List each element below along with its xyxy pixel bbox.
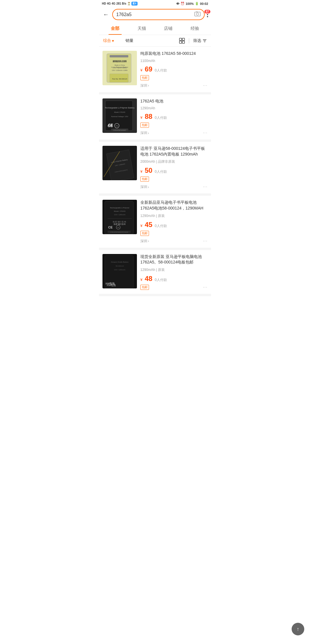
camera-search-icon[interactable] bbox=[194, 11, 201, 18]
eye-icon: 👁 bbox=[176, 2, 179, 5]
svg-text:Li-ion Polymer Battery: Li-ion Polymer Battery bbox=[113, 67, 127, 69]
product-item[interactable]: Li-ion Polymer Battery 3.8V / 1290mAh C/… bbox=[99, 142, 211, 196]
svg-text:NEWISH: NEWISH bbox=[113, 220, 127, 223]
app-icon: 蓝E bbox=[131, 2, 137, 5]
product-spec: 2000mAh | 品牌非原装 bbox=[140, 159, 208, 164]
price-symbol: ¥ bbox=[140, 224, 142, 228]
product-title: 现货全新原装 亚马逊平板电脑电池1762A5。58-000124电板包邮 bbox=[140, 254, 208, 265]
product-item[interactable]: Rechargeable Li-Polymer Model: 1762A5 3.… bbox=[99, 196, 211, 250]
svg-text:Rechargeable Li-Polymer Batter: Rechargeable Li-Polymer Battery bbox=[105, 107, 135, 109]
product-title: 纯原装电池 1762A5 58-000124 bbox=[140, 51, 208, 57]
price-sold: 0人付款 bbox=[155, 169, 167, 174]
sales-label: 销量 bbox=[125, 38, 133, 43]
alarm-icon: ⏰ bbox=[181, 2, 185, 5]
network-speed: 281 B/s bbox=[116, 2, 126, 5]
product-more-button[interactable]: ··· bbox=[203, 285, 208, 290]
product-list: amazon.com Made in China Li-ion Polymer … bbox=[99, 47, 211, 296]
svg-text:CE: CE bbox=[108, 226, 113, 229]
svg-text:Rechargeable Li-Polymer: Rechargeable Li-Polymer bbox=[110, 207, 129, 209]
free-ship-badge: 包邮 bbox=[140, 230, 208, 236]
svg-text:PS: PS bbox=[116, 125, 118, 127]
product-info: 纯原装电池 1762A5 58-000124 1100mAh ¥ 69 0人付款… bbox=[140, 51, 208, 88]
svg-text:58-000124: 58-000124 bbox=[116, 265, 124, 267]
product-image: Rechargeable Li-Polymer Model: 1762A5 3.… bbox=[102, 200, 137, 234]
product-image: Li-ion Polymer Battery 3.8V / 1290mAh C/… bbox=[102, 146, 137, 180]
sales-sort-button[interactable]: 销量 bbox=[125, 38, 133, 43]
notification-area[interactable]: 87 bbox=[207, 12, 208, 17]
product-image: Rechargeable Li-Polymer Battery Model 17… bbox=[102, 98, 137, 133]
tab-all[interactable]: 全部 bbox=[102, 22, 129, 35]
product-price-row: ¥ 48 0人付款 bbox=[140, 275, 208, 282]
dot3 bbox=[207, 16, 208, 17]
product-more-button[interactable]: ··· bbox=[203, 184, 208, 189]
location-arrow: › bbox=[148, 239, 149, 243]
svg-text:Amazon Kindle Battery: Amazon Kindle Battery bbox=[111, 261, 128, 263]
status-right: 👁 ⏰ 100% 🔋 00:02 bbox=[176, 2, 208, 5]
product-location: 深圳 › bbox=[140, 239, 208, 244]
search-query: 1762a5 bbox=[116, 12, 194, 17]
svg-text:3.8V / 1100mAh 4.18Wh: 3.8V / 1100mAh 4.18Wh bbox=[112, 69, 128, 71]
price-sold: 0人付款 bbox=[155, 278, 167, 282]
product-more-button[interactable]: ··· bbox=[203, 238, 208, 244]
svg-text:Model 1762A5: Model 1762A5 bbox=[114, 111, 125, 113]
product-item[interactable]: Amazon Kindle Battery 58-000124 3.8V / 1… bbox=[99, 250, 211, 296]
product-image: Amazon Kindle Battery 58-000124 3.8V / 1… bbox=[102, 254, 137, 288]
free-ship-badge: 包邮 bbox=[140, 176, 208, 182]
price-symbol: ¥ bbox=[140, 169, 142, 174]
price-value: 50 bbox=[145, 167, 152, 174]
product-more-button[interactable]: ··· bbox=[203, 130, 208, 135]
svg-text:Part No: 58-000124: Part No: 58-000124 bbox=[112, 78, 127, 80]
product-location: 深圳 › bbox=[140, 83, 208, 88]
battery-icon: 🔋 bbox=[195, 2, 199, 5]
product-price-row: ¥ 88 0人付款 bbox=[140, 113, 208, 120]
product-title: 适用于 亚马逊58-000124电子书平板电池 1762A5内置电板 1290m… bbox=[140, 146, 208, 157]
product-spec: 1290mAh | 原装 bbox=[140, 214, 208, 218]
product-location: 深圳 › bbox=[140, 185, 208, 189]
location-arrow: › bbox=[148, 131, 149, 135]
product-item[interactable]: Rechargeable Li-Polymer Battery Model 17… bbox=[99, 94, 211, 142]
svg-point-1 bbox=[196, 13, 199, 15]
svg-rect-12 bbox=[110, 55, 128, 57]
svg-rect-48 bbox=[105, 255, 133, 288]
price-value: 48 bbox=[145, 275, 152, 282]
filter-button[interactable]: 筛选 bbox=[193, 38, 207, 43]
network-icon: HD bbox=[102, 2, 106, 5]
svg-text:XW电池: XW电池 bbox=[106, 284, 116, 287]
product-spec: 1290mAh bbox=[140, 106, 208, 110]
free-ship-badge: 包邮 bbox=[140, 284, 208, 290]
free-ship-badge: 包邮 bbox=[140, 122, 208, 128]
status-bar: HD 4G 4G 281 B/s ⏳ 蓝E 👁 ⏰ 100% 🔋 00:02 bbox=[99, 0, 211, 7]
product-info: 适用于 亚马逊58-000124电子书平板电池 1762A5内置电板 1290m… bbox=[140, 146, 208, 189]
back-button[interactable]: ← bbox=[102, 10, 110, 19]
product-more-button[interactable]: ··· bbox=[203, 83, 208, 88]
product-price-row: ¥ 45 0人付款 bbox=[140, 221, 208, 228]
svg-text:Made in China: Made in China bbox=[115, 64, 125, 66]
product-spec: 1100mAh bbox=[140, 59, 208, 63]
price-value: 69 bbox=[145, 66, 152, 73]
clock: 00:02 bbox=[200, 2, 208, 5]
sort-button[interactable]: 综合 ▾ bbox=[103, 38, 114, 43]
sort-label: 综合 bbox=[103, 38, 111, 43]
product-info: 全新新品亚马逊电子书平板电池1762A5电池58-000124，1290MAH … bbox=[140, 200, 208, 243]
product-price-row: ¥ 50 0人付款 bbox=[140, 167, 208, 174]
signal-icon: 4G bbox=[107, 2, 111, 5]
price-sold: 0人付款 bbox=[155, 68, 167, 73]
tab-store[interactable]: 店铺 bbox=[155, 22, 182, 35]
product-item[interactable]: amazon.com Made in China Li-ion Polymer … bbox=[99, 47, 211, 94]
search-input-wrap[interactable]: 1762a5 bbox=[112, 9, 205, 20]
hourglass-icon: ⏳ bbox=[127, 2, 131, 5]
battery-percent: 100% bbox=[186, 2, 194, 5]
product-info: 现货全新原装 亚马逊平板电脑电池1762A5。58-000124电板包邮 129… bbox=[140, 254, 208, 290]
tab-experience[interactable]: 经验 bbox=[182, 22, 208, 35]
product-title: 全新新品亚马逊电子书平板电池1762A5电池58-000124，1290MAH bbox=[140, 200, 208, 211]
price-value: 45 bbox=[145, 221, 152, 228]
tab-tmall[interactable]: 天猫 bbox=[129, 22, 155, 35]
svg-rect-2 bbox=[196, 11, 197, 12]
svg-rect-0 bbox=[195, 12, 200, 16]
free-ship-badge: 包邮 bbox=[140, 75, 208, 80]
svg-text:Nominal Voltage: 3.8V: Nominal Voltage: 3.8V bbox=[111, 116, 128, 117]
product-location: 深圳 › bbox=[140, 131, 208, 135]
status-left: HD 4G 4G 281 B/s ⏳ 蓝E bbox=[102, 2, 137, 5]
grid-view-button[interactable] bbox=[179, 38, 185, 44]
svg-rect-6 bbox=[182, 41, 185, 43]
